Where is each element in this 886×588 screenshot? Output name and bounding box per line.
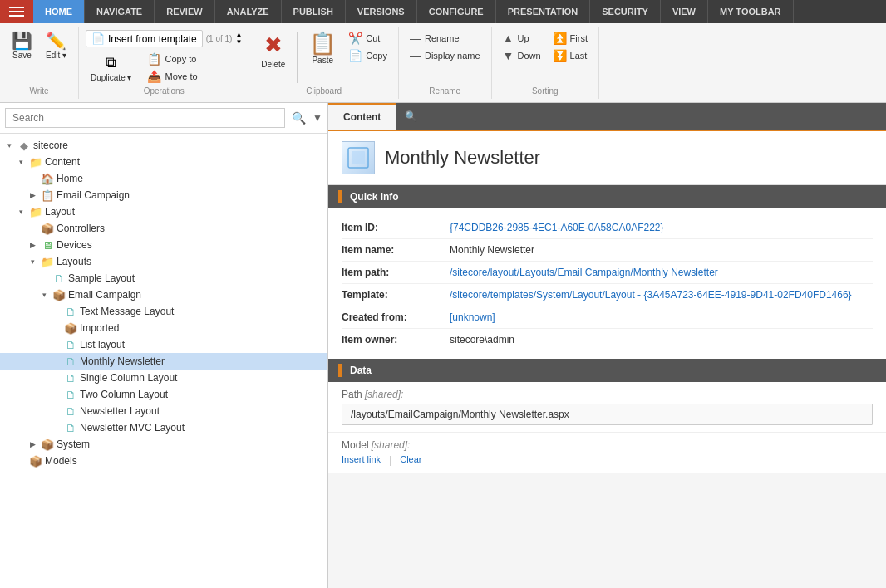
paste-icon: 📋 [309,32,336,54]
last-label: Last [570,51,588,61]
tree-item-emailcampaign-content[interactable]: ▶ 📋 Email Campaign [0,187,327,203]
tree-item-system[interactable]: ▶ 📦 System [0,436,327,453]
search-button[interactable]: 🔍 [288,110,309,126]
clear-link[interactable]: Clear [400,454,421,466]
tree-item-label: Email Campaign [68,289,141,301]
doc-icon: 📋 [41,189,54,202]
tree-item-label: Controllers [57,223,105,234]
edit-button[interactable]: ✏️ Edit ▾ [41,30,71,62]
value-createdfrom[interactable]: [unknown] [450,311,873,323]
box-icon: 📦 [64,321,77,335]
nav-item-review[interactable]: REVIEW [155,0,214,23]
delete-icon: ✖ [264,32,283,58]
nav-item-presentation[interactable]: PRESENTATION [496,0,591,23]
tree-item-label: Devices [57,239,92,251]
search-filter-dropdown[interactable]: ▼ [313,112,322,124]
tree-item-emailcampaign-layout[interactable]: ▾ 📦 Email Campaign [0,287,327,303]
tree-item-newsletterlayout[interactable]: 🗋 Newsletter Layout [0,403,327,419]
item-header: Monthly Newsletter [328,131,886,185]
label-template: Template: [342,289,450,301]
tree-item-label: List layout [80,339,125,350]
tree-item-listlayout[interactable]: 🗋 List layout [0,336,327,353]
box-icon: 📦 [41,222,54,235]
tree-item-label: Newsletter Layout [80,405,160,417]
save-icon: 💾 [12,32,32,49]
nav-item-configure[interactable]: CONFIGURE [417,0,496,23]
nav-item-view[interactable]: VIEW [661,0,708,23]
tree-item-monthlynewsletter[interactable]: 🗋 Monthly Newsletter [0,353,327,370]
tree-item-twocolumn[interactable]: 🗋 Two Column Layout [0,386,327,403]
tree-item-content[interactable]: ▾ 📁 Content [0,154,327,170]
nav-item-publish[interactable]: PUBLISH [282,0,346,23]
value-itemid[interactable]: {74CDDB26-2985-4EC1-A60E-0A58CA0AF222} [450,222,873,233]
down-icon: ▼ [503,49,514,62]
layout-icon: 🗋 [64,338,77,351]
folder-icon: 📁 [29,205,42,218]
insert-from-template-button[interactable]: 📄 Insert from template [86,30,203,47]
expand-icon: ▾ [38,291,50,299]
insert-link[interactable]: Insert link [342,454,381,466]
top-nav: HOME NAVIGATE REVIEW ANALYZE PUBLISH VER… [0,0,886,23]
tree-item-layouts[interactable]: ▾ 📁 Layouts [0,253,327,270]
tree-item-singlecolumn[interactable]: 🗋 Single Column Layout [0,370,327,386]
insert-section-label: Operations [86,85,242,96]
copy-button[interactable]: 📄 Copy [344,47,391,64]
expand-icon: ▾ [3,141,15,149]
displayname-button[interactable]: — Display name [406,47,485,64]
rename-button[interactable]: — Rename [406,30,485,47]
nav-item-versions[interactable]: VERSIONS [346,0,417,23]
nav-item-home[interactable]: HOME [33,0,85,23]
label-itemname: Item name: [342,244,450,256]
up-button[interactable]: ▲ Up [499,30,545,47]
displayname-icon: — [410,49,421,62]
quick-info-title: Quick Info [350,191,399,203]
data-model-row: Model [shared]: Insert link | Clear [328,433,886,473]
tree-item-newslettermvc[interactable]: 🗋 Newsletter MVC Layout [0,419,327,436]
template-arrow-up[interactable]: ▲ ▼ [235,32,242,46]
nav-item-mytoolbar[interactable]: MY TOOLBAR [708,0,794,23]
moveto-button[interactable]: 📤 Move to [143,68,201,85]
last-button[interactable]: ⏬ Last [549,47,592,64]
value-template[interactable]: /sitecore/templates/System/Layout/Layout… [450,289,873,301]
value-itempath[interactable]: /sitecore/layout/Layouts/Email Campaign/… [450,267,873,278]
hamburger-button[interactable] [0,0,33,23]
duplicate-button[interactable]: ⧉ Duplicate ▾ [86,51,136,85]
nav-item-analyze[interactable]: ANALYZE [215,0,282,23]
insert-template-label: Insert from template [108,33,197,45]
tree-item-imported[interactable]: 📦 Imported [0,320,327,336]
tree-item-label: Text Message Layout [80,306,174,317]
tree-item-models[interactable]: 📦 Models [0,453,327,469]
first-button[interactable]: ⏫ First [549,30,592,47]
section-accent [338,364,342,377]
path-value-box: /layouts/EmailCampaign/Monthly Newslette… [342,404,873,425]
delete-button[interactable]: ✖ Delete [256,30,290,71]
label-itempath: Item path: [342,267,450,278]
tree-item-controllers[interactable]: 📦 Controllers [0,220,327,237]
template-icon: 📄 [91,32,105,45]
nav-item-security[interactable]: SECURITY [590,0,661,23]
tab-search-icon[interactable]: 🔍 [396,103,426,130]
data-path-label: Path [shared]: [342,389,873,400]
info-row-itemid: Item ID: {74CDDB26-2985-4EC1-A60E-0A58CA… [342,217,873,239]
down-button[interactable]: ▼ Down [499,47,545,64]
tree-item-textmessage[interactable]: 🗋 Text Message Layout [0,303,327,320]
ribbon-rename-section: — Rename — Display name Rename [399,27,492,99]
tree-item-layout[interactable]: ▾ 📁 Layout [0,203,327,220]
tree-item-sitecore[interactable]: ▾ ◆ sitecore [0,137,327,154]
moveto-label: Move to [165,71,197,81]
tree-item-devices[interactable]: ▶ 🖥 Devices [0,237,327,253]
cut-button[interactable]: ✂️ Cut [344,30,391,47]
search-input[interactable] [5,108,285,128]
copyto-button[interactable]: 📋 Copy to [143,51,201,67]
tree-item-samplelayout[interactable]: 🗋 Sample Layout [0,270,327,287]
tree-item-label: Home [57,173,83,184]
tab-content[interactable]: Content [328,103,396,130]
tree-item-home[interactable]: 🏠 Home [0,170,327,187]
save-button[interactable]: 💾 Save [7,30,37,62]
label-itemowner: Item owner: [342,334,450,345]
paste-button[interactable]: 📋 Paste [304,30,341,67]
nav-item-navigate[interactable]: NAVIGATE [85,0,155,23]
edit-label: Edit ▾ [46,51,66,60]
item-icon [342,141,375,174]
data-section: Data Path [shared]: /layouts/EmailCampai… [328,359,886,473]
